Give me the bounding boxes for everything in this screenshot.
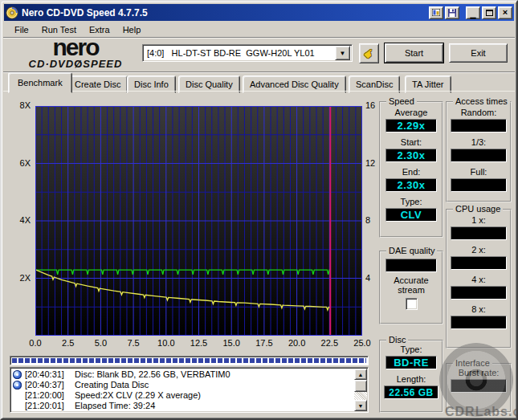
disc-icon [13,370,22,379]
cpu-4x-label: 4 x: [447,275,510,284]
cpu-1x-label: 1 x: [447,215,510,225]
y-left-tick: 2X [2,273,31,283]
cpu-8x-label: 8 x: [447,304,510,314]
disc-group: Disc Type: BD-RE Length: 22.56 GB [379,340,443,413]
disc-length-label: Length: [381,374,442,384]
log-row[interactable]: [21:20:00] Speed:2X CLV (2.29 X average) [10,390,368,401]
cddvdspeed-text: CD·DVDØSPEED [11,58,140,70]
log-row[interactable]: [20:40:31] Disc: Blank BD, 22.56 GB, VER… [10,369,368,380]
log-row[interactable]: [21:20:01] Elapsed Time: 39:24 [10,401,368,411]
accurate-stream-label: Accurate stream [381,275,442,295]
app-icon [6,6,18,19]
x-axis-tick: 7.5 [127,338,139,348]
disc-icon [13,381,22,389]
disc-type-value: BD-RE [385,356,437,369]
tab-benchmark[interactable]: Benchmark [8,72,72,93]
drive-selector-value: [4:0] HL-DT-ST BD-RE GGW-H20L YL01 [143,48,335,58]
x-axis-tick: 12.5 [190,338,207,348]
cpu-usage-group: CPU usage 1 x: 2 x: 4 x: 8 x: [446,209,512,349]
disc-glyph: Ø [74,58,83,70]
access-full-label: Full: [447,167,510,177]
access-times-group: Access times Random: 1/3: Full: [446,101,512,202]
access-times-title: Access times [453,96,510,106]
screenshot-button[interactable] [429,6,443,19]
window-title: Nero CD-DVD Speed 4.7.7.5 [22,7,427,18]
close-button[interactable]: × [498,6,512,19]
log-row[interactable]: [20:40:37] Creating Data Disc [10,380,368,390]
benchmark-chart [35,106,362,336]
speed-group: Speed Average 2.29x Start: 2.30x End: 2.… [379,101,443,238]
image-icon [432,9,440,16]
disc-type-label: Type: [381,345,442,354]
x-axis-tick: 2.5 [62,338,74,348]
speed-type-label: Type: [381,197,442,206]
floppy-icon [448,9,456,17]
speed-start-value: 2.30x [385,149,437,162]
y-left-tick: 6X [2,158,31,168]
cpu-2x-label: 2 x: [447,245,510,255]
speed-end-value: 2.30x [385,178,437,192]
log-scrollbar[interactable]: ▲ ▼ [354,369,367,411]
menu-file[interactable]: File [8,23,35,36]
access-random-value [451,119,507,133]
scrollbar-thumb[interactable] [354,380,367,392]
menu-help[interactable]: Help [116,23,148,36]
dae-quality-group: DAE quality Accurate stream [379,251,443,324]
access-13-label: 1/3: [447,137,510,147]
toolbar-divider [3,71,515,73]
accurate-stream-checkbox[interactable] [406,298,418,310]
exit-button[interactable]: Exit [449,43,508,63]
x-axis-tick: 25.0 [353,338,370,348]
progress-bar [10,356,369,365]
app-window: Nero CD-DVD Speed 4.7.7.5 ▁ × File Run T… [0,0,518,420]
scrollbar-up-button[interactable]: ▲ [354,369,367,380]
chart-plot-area [35,106,362,336]
speed-start-label: Start: [381,137,442,147]
log-list[interactable]: [20:40:31] Disc: Blank BD, 22.56 GB, VER… [10,367,369,413]
eject-button[interactable]: ☛ [359,43,379,63]
nero-logo: nero CD·DVDØSPEED [11,38,140,70]
dae-quality-title: DAE quality [386,246,437,255]
cpu-1x-value [451,226,507,240]
x-axis-tick: 20.0 [288,338,305,348]
minimize-button[interactable]: ▁ [466,6,480,19]
hand-icon: ☛ [361,44,378,62]
y-left-tick: 8X [2,100,31,110]
save-button[interactable] [445,6,459,19]
y-left-tick: 4X [2,215,31,225]
access-13-value [451,149,507,162]
x-axis-tick: 10.0 [157,338,174,348]
speed-group-title: Speed [386,96,417,106]
nero-brand-text: nero [11,38,140,57]
cpu-2x-value [451,256,507,270]
progress-bar-fill [12,358,366,363]
cpu-4x-value [451,286,507,300]
speed-type-value: CLV [385,208,437,222]
speed-end-label: End: [381,167,442,177]
access-full-value [451,178,507,192]
dropdown-arrow-icon[interactable]: ▼ [335,46,350,60]
cpu-usage-title: CPU usage [453,204,503,214]
drive-selector[interactable]: [4:0] HL-DT-ST BD-RE GGW-H20L YL01 ▼ [142,44,353,62]
x-axis-tick: 17.5 [255,338,272,348]
x-axis-tick: 0.0 [29,338,41,348]
scrollbar-down-button[interactable]: ▼ [354,400,367,411]
disc-length-value: 22.56 GB [384,385,438,399]
x-axis-tick: 5.0 [95,338,107,348]
access-random-label: Random: [447,108,510,117]
cpu-8x-value [451,316,507,329]
maximize-button[interactable] [482,6,496,19]
speed-average-label: Average [381,108,442,117]
dae-quality-value [385,259,437,272]
x-axis-tick: 15.0 [222,338,239,348]
titlebar[interactable]: Nero CD-DVD Speed 4.7.7.5 ▁ × [4,4,514,21]
tab-page-border [3,91,515,92]
speed-average-value: 2.29x [385,119,437,133]
start-button[interactable]: Start [385,43,443,63]
watermark: CDRLabs.com [445,405,518,419]
disc-group-title: Disc [386,335,408,345]
x-axis-tick: 22.5 [321,338,338,348]
